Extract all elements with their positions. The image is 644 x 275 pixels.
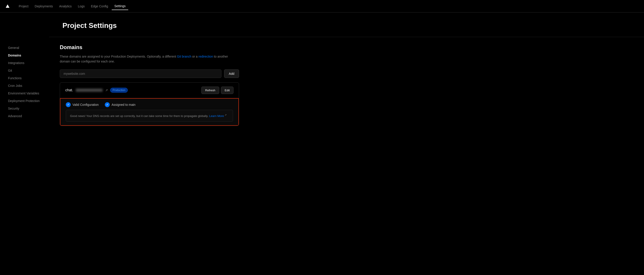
sidebar-item-security[interactable]: Security — [5, 105, 44, 112]
content-area: Domains These domains are assigned to yo… — [49, 37, 250, 275]
dns-notice-text: Good news! Your DNS records are set up c… — [70, 114, 209, 118]
domain-card-header: chat. ↗ Production Refresh Edit — [60, 83, 239, 98]
nav-settings[interactable]: Settings — [112, 3, 128, 10]
sidebar-item-cron-jobs[interactable]: Cron Jobs — [5, 82, 44, 89]
svg-marker-0 — [6, 4, 10, 8]
description-text-1: These domains are assigned to your Produ… — [60, 55, 177, 58]
add-domain-button[interactable]: Add — [224, 69, 239, 78]
status-items: Valid Configuration Assigned to main — [66, 102, 233, 107]
status-item-assigned-main: Assigned to main — [105, 102, 135, 107]
sidebar-item-git[interactable]: Git — [5, 67, 44, 74]
git-branch-link[interactable]: Git branch — [177, 55, 192, 58]
status-item-valid-config: Valid Configuration — [66, 102, 98, 107]
status-label-assigned-main: Assigned to main — [112, 103, 135, 107]
page-header: Project Settings — [49, 13, 644, 37]
learn-more-link[interactable]: Learn More — [209, 114, 224, 118]
check-icon-assigned — [105, 102, 110, 107]
nav-deployments[interactable]: Deployments — [32, 3, 56, 10]
edit-button[interactable]: Edit — [221, 87, 234, 94]
nav-links: Project Deployments Analytics Logs Edge … — [16, 3, 128, 10]
domain-card-actions: Refresh Edit — [201, 87, 234, 94]
domains-description: These domains are assigned to your Produ… — [60, 54, 239, 64]
external-link-icon[interactable]: ↗ — [105, 88, 108, 92]
nav-logs[interactable]: Logs — [75, 3, 87, 10]
main-layout: General Domains Integrations Git Functio… — [0, 37, 644, 275]
domain-name-blurred — [76, 89, 102, 92]
sidebar: General Domains Integrations Git Functio… — [0, 37, 49, 275]
sidebar-item-functions[interactable]: Functions — [5, 75, 44, 82]
sidebar-item-deployment-protection[interactable]: Deployment Protection — [5, 97, 44, 104]
domain-card: chat. ↗ Production Refresh Edit Valid Co… — [60, 82, 239, 126]
sidebar-item-integrations[interactable]: Integrations — [5, 59, 44, 67]
nav-project[interactable]: Project — [16, 3, 31, 10]
production-badge: Production — [110, 88, 128, 93]
sidebar-item-general[interactable]: General — [5, 44, 44, 51]
nav-edge-config[interactable]: Edge Config — [88, 3, 111, 10]
domain-card-status: Valid Configuration Assigned to main Goo… — [60, 98, 239, 126]
sidebar-item-env-vars[interactable]: Environment Variables — [5, 90, 44, 97]
description-text-2: or a — [191, 55, 198, 58]
check-icon-valid — [66, 102, 71, 107]
top-nav: Project Deployments Analytics Logs Edge … — [0, 0, 644, 13]
domain-input-row: Add — [60, 69, 239, 78]
sidebar-item-domains[interactable]: Domains — [5, 52, 44, 59]
page-title: Project Settings — [62, 22, 644, 30]
learn-more-external-icon: ↗ — [224, 114, 226, 116]
domain-input[interactable] — [60, 69, 222, 78]
sidebar-item-advanced[interactable]: Advanced — [5, 113, 44, 120]
dns-notice: Good news! Your DNS records are set up c… — [66, 110, 233, 122]
domain-name-prefix: chat. — [65, 88, 73, 92]
refresh-button[interactable]: Refresh — [201, 87, 219, 94]
redirection-link[interactable]: redirection — [198, 55, 213, 58]
logo[interactable] — [5, 4, 10, 9]
status-label-valid-config: Valid Configuration — [72, 103, 98, 107]
domain-name-row: chat. ↗ Production — [65, 88, 128, 93]
domains-section-title: Domains — [60, 44, 239, 51]
nav-analytics[interactable]: Analytics — [56, 3, 74, 10]
